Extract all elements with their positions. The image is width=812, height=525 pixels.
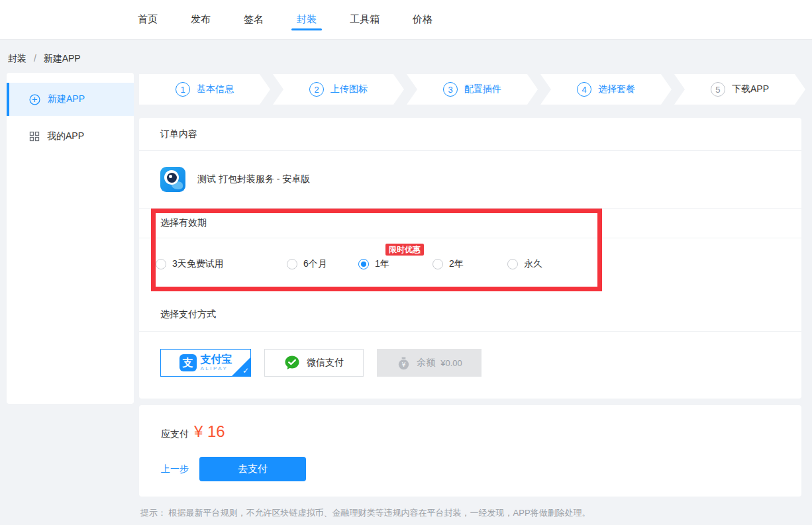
alipay-name: 支付宝 [201,354,232,365]
step-number: 4 [577,82,591,97]
nav-tab-toolbox[interactable]: 工具箱 [350,0,380,39]
top-nav: 首页 发布 签名 封装 工具箱 价格 [0,0,812,40]
promo-badge: 限时优惠 [385,244,424,256]
order-app-row: 测试 打包封装服务 - 安卓版 [139,151,801,209]
app-name: 测试 打包封装服务 - 安卓版 [197,173,310,185]
payment-option-wechat[interactable]: 微信支付 [264,349,364,377]
step-label: 下载APP [732,83,769,95]
radio-forever[interactable]: 永久 [507,258,542,270]
amount-due-row: 应支付 ¥ 16 [161,422,801,441]
payment-summary-card: 应支付 ¥ 16 上一步 去支付 [139,405,801,497]
payment-option-balance: ¥ 余额 ¥0.00 [377,349,482,377]
nav-tab-sign[interactable]: 签名 [244,0,264,39]
breadcrumb-root[interactable]: 封装 [8,53,26,64]
alipay-logo-icon: 支 [179,354,197,371]
radio-label: 3天免费试用 [172,258,224,270]
step-number: 3 [443,82,458,97]
step-label: 上传图标 [330,83,368,95]
order-section-title: 订单内容 [139,118,801,151]
step-label: 选择套餐 [598,83,635,95]
radio-label: 6个月 [303,258,327,270]
radio-icon [432,259,443,269]
go-pay-button[interactable]: 去支付 [199,457,306,481]
nav-tab-package[interactable]: 封装 [297,0,317,39]
step-basic-info[interactable]: 1 基本信息 [139,74,270,105]
step-download-app[interactable]: 5 下载APP [674,74,805,105]
order-card: 订单内容 测试 打包封装服务 - 安卓版 选择有效期 限时优惠 3天免费试用 6… [139,118,801,399]
sidebar-item-my-apps[interactable]: 我的APP [7,120,134,153]
validity-section-title: 选择有效期 [139,209,801,238]
grid-icon [29,131,40,142]
footer-tip: 提示： 根据最新平台规则，不允许区块链虚拟币、金融理财类等违规内容在平台封装，一… [140,507,591,519]
plus-circle-icon [29,94,40,105]
step-number: 1 [176,82,190,97]
breadcrumb-current: 新建APP [44,53,81,64]
radio-6-months[interactable]: 6个月 [287,258,327,270]
payment-methods: 支 支付宝 ALIPAY ✓ 微信支付 ¥ 余额 ¥0.00 [139,332,801,377]
check-icon: ✓ [242,366,249,375]
step-number: 2 [309,82,324,97]
amount-due-label: 应支付 [161,428,189,440]
radio-3day-trial[interactable]: 3天免费试用 [156,258,224,270]
radio-icon [156,259,166,269]
radio-1-year[interactable]: 1年 [358,258,389,270]
step-label: 配置插件 [464,83,501,95]
previous-step-link[interactable]: 上一步 [161,463,189,475]
wechat-pay-icon [284,355,300,371]
radio-2-years[interactable]: 2年 [432,258,464,270]
nav-tab-home[interactable]: 首页 [138,0,158,39]
sidebar-item-label: 新建APP [48,93,85,105]
payment-section-title: 选择支付方式 [139,289,801,332]
amount-due-value: ¥ 16 [194,422,225,441]
step-label: 基本信息 [197,83,234,95]
svg-text:¥: ¥ [402,361,406,368]
nav-tab-pricing[interactable]: 价格 [413,0,432,39]
step-choose-plan[interactable]: 4 选择套餐 [540,74,672,105]
sidebar-item-label: 我的APP [47,130,84,142]
radio-icon [287,259,297,269]
balance-label: 余额 [417,357,435,369]
alipay-subtitle: ALIPAY [201,366,232,371]
app-icon [160,167,185,192]
validity-options: 限时优惠 3天免费试用 6个月 1年 2年 永久 [139,238,801,289]
radio-label: 1年 [375,258,389,270]
validity-section: 选择有效期 限时优惠 3天免费试用 6个月 1年 2年 永久 [139,209,801,289]
nav-tab-publish[interactable]: 发布 [191,0,211,39]
money-bag-icon: ¥ [396,356,411,371]
actions-row: 上一步 去支付 [161,457,801,481]
step-upload-icon[interactable]: 2 上传图标 [273,74,404,105]
sidebar-item-new-app[interactable]: 新建APP [7,83,134,116]
balance-amount: ¥0.00 [440,358,462,368]
step-configure-plugins[interactable]: 3 配置插件 [407,74,538,105]
radio-icon-selected [358,259,369,269]
wechat-pay-label: 微信支付 [307,357,344,369]
payment-option-alipay[interactable]: 支 支付宝 ALIPAY ✓ [160,349,251,377]
step-wizard: 1 基本信息 2 上传图标 3 配置插件 4 选择套餐 5 下载APP [139,74,805,105]
radio-label: 2年 [449,258,464,270]
breadcrumb: 封装 / 新建APP [8,53,81,65]
radio-icon [507,259,518,269]
radio-label: 永久 [524,258,542,270]
step-number: 5 [711,82,725,97]
sidebar: 新建APP 我的APP [7,73,134,404]
breadcrumb-separator: / [34,53,36,64]
